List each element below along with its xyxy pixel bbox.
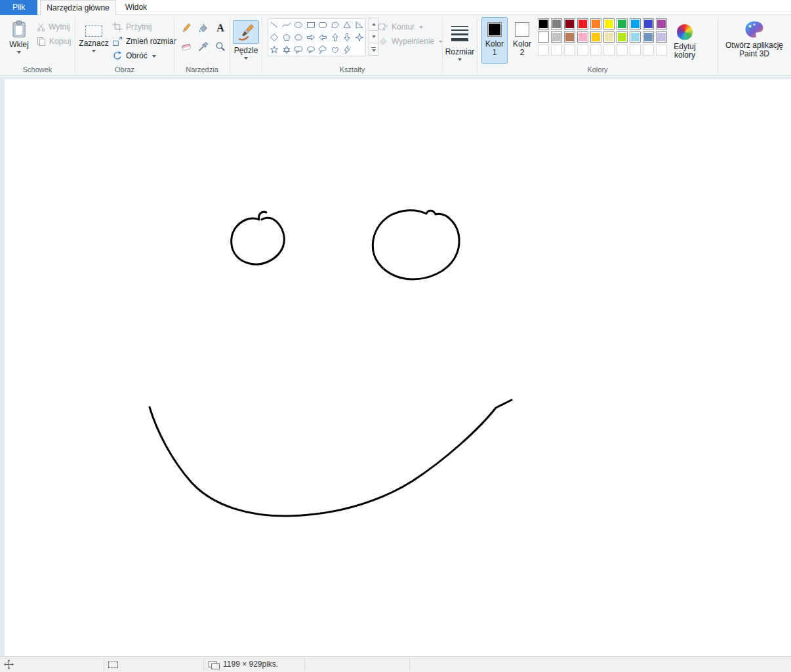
palette-swatch[interactable] [643, 18, 654, 30]
shape-rounded-rectangle-callout-button[interactable] [293, 43, 305, 56]
statusbar-divider [409, 658, 410, 671]
color1-button[interactable]: Kolor 1 [481, 17, 508, 64]
rectangle-shape-icon [306, 20, 316, 30]
color-picker-tool-button[interactable] [195, 39, 211, 54]
palette-swatch[interactable] [630, 18, 641, 30]
tab-home[interactable]: Narzędzia główne [40, 0, 115, 15]
palette-swatch-empty[interactable] [538, 45, 549, 56]
brushes-label: Pędzle [234, 47, 258, 55]
brushes-group: Pędzle [230, 15, 262, 75]
palette-swatch[interactable] [617, 18, 628, 30]
pencil-tool-button[interactable] [178, 20, 194, 36]
rounded-rectangle-callout-shape-icon [293, 45, 304, 55]
palette-swatch[interactable] [617, 31, 628, 43]
copy-button[interactable]: Kopiuj [37, 34, 71, 49]
shape-five-point-star-button[interactable] [268, 43, 281, 56]
palette-swatch[interactable] [603, 18, 615, 30]
brushes-button[interactable]: Pędzle [232, 17, 260, 64]
crop-button[interactable]: Przytnij [112, 20, 152, 34]
color2-button[interactable]: Kolor 2 [509, 17, 535, 64]
shapes-gallery [268, 18, 366, 56]
palette-swatch[interactable] [564, 31, 575, 43]
shape-oval-button[interactable] [293, 19, 305, 31]
smile-stroke [150, 400, 512, 516]
cut-button[interactable]: Wytnij [37, 20, 70, 34]
shapes-scroll-up-button[interactable] [369, 18, 378, 31]
shape-pentagon-button[interactable] [281, 31, 293, 44]
shape-line-button[interactable] [268, 19, 281, 31]
shape-polygon-button[interactable] [329, 19, 342, 31]
tools-group: A Narzędzia [174, 15, 230, 75]
palette-swatch[interactable] [630, 31, 641, 43]
shapes-expand-gallery-button[interactable] [369, 43, 378, 56]
edit-colors-button[interactable]: Edytuj kolory [666, 17, 703, 64]
palette-swatch-empty[interactable] [656, 45, 667, 56]
palette-swatch[interactable] [564, 18, 575, 30]
shape-four-point-star-button[interactable] [354, 31, 366, 44]
palette-swatch[interactable] [590, 31, 601, 43]
text-tool-button[interactable]: A [213, 20, 228, 36]
resize-button[interactable]: Zmień rozmiar [112, 34, 176, 49]
eraser-tool-button[interactable] [178, 39, 194, 54]
shape-curve-button[interactable] [281, 19, 293, 31]
palette-swatch-empty[interactable] [551, 45, 562, 56]
image-size-icon [209, 661, 220, 669]
palette-swatch[interactable] [538, 18, 549, 30]
shape-right-arrow-button[interactable] [305, 31, 317, 44]
palette-swatch[interactable] [551, 31, 562, 43]
shape-oval-callout-button[interactable] [305, 43, 317, 56]
palette-swatch[interactable] [551, 18, 562, 30]
shape-heart-button[interactable] [329, 43, 342, 56]
drawing-canvas[interactable] [5, 79, 791, 656]
paint3d-group: Otwórz aplikację Paint 3D [718, 15, 791, 75]
resize-label: Zmień rozmiar [126, 37, 176, 46]
shape-cloud-callout-button[interactable] [317, 43, 329, 56]
shape-right-triangle-button[interactable] [354, 19, 366, 31]
fill-tool-button[interactable] [195, 20, 211, 36]
paste-button[interactable]: Wklej [5, 17, 33, 64]
palette-swatch-empty[interactable] [564, 45, 575, 56]
shape-rectangle-button[interactable] [305, 19, 317, 31]
palette-swatch[interactable] [577, 31, 588, 43]
copy-icon [37, 37, 46, 46]
triangle-up-icon [372, 23, 376, 26]
tab-file[interactable]: Plik [0, 0, 37, 15]
shapes-scroll-down-button[interactable] [369, 30, 378, 43]
shape-triangle-button[interactable] [341, 19, 354, 31]
tab-view[interactable]: Widok [116, 0, 156, 15]
palette-swatch-empty[interactable] [643, 45, 654, 56]
rotate-button[interactable]: Obróć [112, 49, 156, 63]
size-button[interactable]: Rozmiar [445, 17, 474, 64]
palette-swatch[interactable] [590, 18, 601, 30]
shape-lightning-button[interactable] [341, 43, 354, 56]
triangle-shape-icon [342, 20, 352, 30]
palette-swatch[interactable] [577, 18, 588, 30]
palette-swatch-empty[interactable] [630, 45, 641, 56]
select-button[interactable]: Zaznacz [79, 17, 109, 64]
palette-swatch[interactable] [643, 31, 654, 43]
outline-icon [378, 22, 388, 32]
magnifier-tool-button[interactable] [213, 39, 228, 54]
copy-label: Kopiuj [49, 37, 71, 46]
palette-swatch[interactable] [656, 18, 667, 30]
palette-swatch[interactable] [656, 31, 667, 43]
hexagon-shape-icon [293, 32, 304, 43]
palette-swatch-empty[interactable] [577, 45, 588, 56]
shape-six-point-star-button[interactable] [281, 43, 293, 56]
shape-left-arrow-button[interactable] [317, 31, 329, 44]
palette-swatch-empty[interactable] [590, 45, 601, 56]
shape-up-arrow-button[interactable] [329, 31, 342, 44]
shape-down-arrow-button[interactable] [341, 31, 354, 44]
shape-outline-button[interactable]: Kontur [378, 20, 423, 34]
palette-swatch-empty[interactable] [603, 45, 615, 56]
shape-hexagon-button[interactable] [293, 31, 305, 44]
shape-rounded-rectangle-button[interactable] [317, 19, 329, 31]
palette-swatch[interactable] [538, 31, 549, 43]
open-paint3d-button[interactable]: Otwórz aplikację Paint 3D [720, 17, 789, 64]
clipboard-group: Wklej Wytnij Kopiuj Schowek [0, 15, 75, 75]
triangle-down-icon [372, 35, 376, 38]
palette-swatch-empty[interactable] [617, 45, 628, 56]
shape-fill-button[interactable]: Wypełnienie [378, 34, 443, 49]
shape-diamond-button[interactable] [268, 31, 281, 44]
palette-swatch[interactable] [603, 31, 615, 43]
